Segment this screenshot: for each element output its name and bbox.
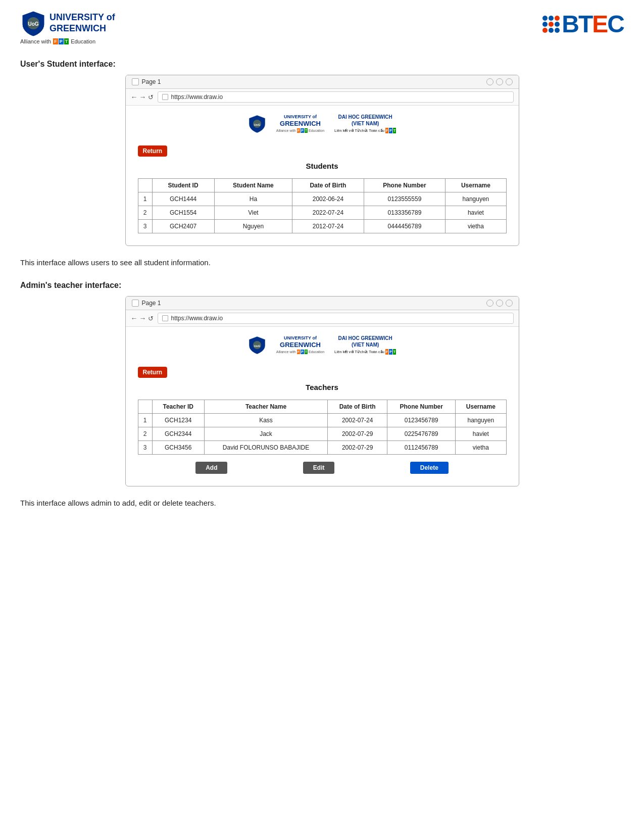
col-dob-t-header: Date of Birth	[328, 400, 387, 414]
teacher-id-cell: GCH2344	[152, 427, 204, 441]
student-name-cell: Nguyen	[214, 220, 292, 233]
btec-dot-9	[555, 28, 560, 33]
browser-circle-t1[interactable]	[486, 300, 493, 307]
students-table: Student ID Student Name Date of Birth Ph…	[138, 178, 507, 233]
col-student-name-header: Student Name	[214, 179, 292, 192]
btec-dot-2	[549, 16, 554, 21]
btec-t: T	[578, 11, 592, 37]
dai-hoc-text-teacher: DAI HOC GREENWICH (VIET NAM) Liên kết vớ…	[334, 335, 396, 355]
mini-alliance-teacher: Alliance with FPT Education	[276, 350, 324, 354]
student-row-num: 1	[138, 192, 152, 206]
browser-uni-header-teacher: UoG UNIVERSITY of GREENWICH Alliance wit…	[138, 335, 507, 360]
student-id-cell: GCH1554	[152, 206, 214, 220]
col-num-t-header	[138, 400, 152, 414]
btec-dot-4	[542, 22, 548, 27]
col-username-t-header: Username	[456, 400, 506, 414]
tab-label-teacher: Page 1	[142, 300, 161, 307]
page-favicon-student	[162, 94, 168, 100]
student-phone-cell: 0133356789	[364, 206, 445, 220]
browser-circle-3[interactable]	[506, 78, 513, 85]
back-arrow[interactable]: ←	[131, 93, 138, 101]
alliance-text: Alliance with	[20, 38, 51, 44]
return-button-teacher[interactable]: Return	[138, 367, 168, 378]
teacher-username-cell: hanguyen	[456, 414, 506, 427]
col-teacher-id-header: Teacher ID	[152, 400, 204, 414]
back-arrow-teacher[interactable]: ←	[131, 314, 138, 322]
browser-controls-teacher	[486, 300, 513, 307]
url-text-student: https://www.draw.io	[171, 93, 223, 101]
teacher-dob-cell: 2002-07-24	[328, 414, 387, 427]
url-box-teacher[interactable]: https://www.draw.io	[158, 313, 514, 324]
btec-e: E	[592, 11, 607, 37]
student-phone-cell: 0123555559	[364, 192, 445, 206]
teacher-phone-cell: 0225476789	[387, 427, 456, 441]
student-username-cell: haviet	[445, 206, 506, 220]
teacher-id-cell: GCH1234	[152, 414, 204, 427]
col-num-header	[138, 179, 152, 192]
browser-titlebar-teacher: Page 1	[126, 297, 519, 310]
edit-button[interactable]: Edit	[303, 462, 335, 474]
mini-univ-name: UNIVERSITY of GREENWICH Alliance with FP…	[276, 114, 324, 133]
delete-button[interactable]: Delete	[410, 462, 449, 474]
student-dob-cell: 2022-07-24	[292, 206, 364, 220]
url-box-student[interactable]: https://www.draw.io	[158, 91, 514, 103]
browser-content-student: UoG UNIVERSITY of GREENWICH Alliance wit…	[126, 106, 519, 246]
return-button-student[interactable]: Return	[138, 145, 168, 157]
student-name-cell: Viet	[214, 206, 292, 220]
browser-circle-1[interactable]	[486, 78, 493, 85]
teacher-row-num: 1	[138, 414, 152, 427]
teachers-table: Teacher ID Teacher Name Date of Birth Ph…	[138, 400, 507, 455]
browser-tab-student[interactable]: Page 1	[132, 78, 161, 85]
btec-dots	[542, 16, 560, 33]
teacher-name-cell: David FOLORUNSO BABAJIDE	[204, 441, 327, 455]
shield-icon: UoG	[20, 10, 46, 36]
tab-icon-teacher	[132, 300, 139, 307]
tab-label-student: Page 1	[142, 78, 161, 85]
refresh-icon[interactable]: ↺	[148, 93, 154, 101]
teachers-table-header: Teacher ID Teacher Name Date of Birth Ph…	[138, 400, 506, 414]
teacher-username-cell: vietha	[456, 441, 506, 455]
forward-arrow[interactable]: →	[139, 93, 146, 101]
browser-circle-t3[interactable]	[506, 300, 513, 307]
page-header: UoG UNIVERSITY of GREENWICH Alliance wit…	[20, 10, 624, 44]
students-table-title: Students	[138, 162, 507, 170]
teacher-row-num: 2	[138, 427, 152, 441]
svg-text:UoG: UoG	[254, 123, 260, 126]
student-browser-mockup: Page 1 ← → ↺ https://www.draw.io UoG	[125, 75, 519, 246]
browser-content-teacher: UoG UNIVERSITY of GREENWICH Alliance wit…	[126, 327, 519, 486]
mini-univ-line1: UNIVERSITY of	[276, 114, 324, 120]
col-dob-header: Date of Birth	[292, 179, 364, 192]
refresh-icon-teacher[interactable]: ↺	[148, 315, 154, 322]
mini-univ-name-teacher: UNIVERSITY of GREENWICH Alliance with FP…	[276, 335, 324, 354]
student-name-cell: Ha	[214, 192, 292, 206]
teacher-section-heading: Admin's teacher interface:	[20, 281, 624, 290]
mini-shield-icon-teacher: UoG	[248, 336, 266, 354]
svg-text:UoG: UoG	[254, 345, 260, 348]
fpt-f: F	[53, 38, 58, 44]
add-button[interactable]: Add	[195, 462, 227, 474]
fpt-p: P	[59, 38, 64, 44]
student-description: This interface allows users to see all s…	[20, 258, 624, 267]
btec-dot-6	[555, 22, 560, 27]
teacher-username-cell: haviet	[456, 427, 506, 441]
teachers-table-title: Teachers	[138, 383, 507, 391]
fpt-logo: FPT	[53, 38, 69, 44]
btec-c: C	[607, 11, 624, 37]
student-table-row: 1 GCH1444 Ha 2002-06-24 0123555559 hangu…	[138, 192, 506, 206]
teacher-id-cell: GCH3456	[152, 441, 204, 455]
browser-circle-t2[interactable]	[496, 300, 503, 307]
univ-name-line2: GREENWICH	[49, 23, 115, 34]
browser-urlbar-teacher: ← → ↺ https://www.draw.io	[126, 310, 519, 327]
browser-circle-2[interactable]	[496, 78, 503, 85]
teacher-description: This interface allows admin to add, edit…	[20, 499, 624, 507]
student-dob-cell: 2012-07-24	[292, 220, 364, 233]
fpt-t: T	[64, 38, 69, 44]
teacher-table-row: 3 GCH3456 David FOLORUNSO BABAJIDE 2002-…	[138, 441, 506, 455]
teacher-name-cell: Kass	[204, 414, 327, 427]
student-row-num: 3	[138, 220, 152, 233]
browser-tab-teacher[interactable]: Page 1	[132, 300, 161, 307]
teacher-dob-cell: 2002-07-29	[328, 441, 387, 455]
student-id-cell: GCH1444	[152, 192, 214, 206]
forward-arrow-teacher[interactable]: →	[139, 314, 146, 322]
student-table-row: 2 GCH1554 Viet 2022-07-24 0133356789 hav…	[138, 206, 506, 220]
